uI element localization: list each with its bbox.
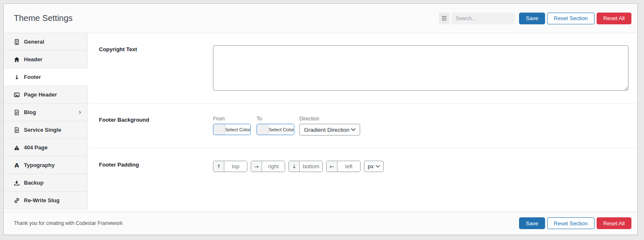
sidebar-item-label: 404 Page: [24, 144, 81, 151]
to-label: To: [257, 116, 294, 122]
panel-body: General Header ↓ Footer Page Header: [4, 33, 637, 211]
chevron-down-icon: [376, 165, 380, 168]
sidebar-item-label: Re-Write Slug: [24, 197, 81, 203]
sidebar-item-label: Typography: [24, 162, 81, 168]
sidebar-item-label: General: [24, 39, 81, 45]
image-icon: [13, 92, 20, 98]
sidebar-item-general[interactable]: General: [4, 33, 88, 51]
arrow-down-icon: ↓: [289, 161, 300, 172]
sidebar-item-label: Service Single: [24, 127, 81, 133]
sidebar-item-404-page[interactable]: 404 Page: [4, 139, 88, 157]
arrow-up-icon: ↑: [213, 161, 224, 172]
chevron-right-icon: ›: [78, 109, 81, 116]
padding-top-input[interactable]: [224, 161, 247, 172]
panel-footer: Thank you for creating with Codestar Fra…: [4, 211, 637, 235]
color-picker-from: Select Color: [213, 124, 251, 135]
field-row-footer-background: Footer Background From Select Color To: [88, 104, 637, 149]
sidebar-item-blog[interactable]: Blog ›: [4, 104, 88, 121]
padding-right-group: →: [251, 161, 285, 172]
field-label: Footer Padding: [99, 161, 213, 172]
padding-left-input[interactable]: [338, 161, 360, 172]
sidebar-item-label: Header: [24, 56, 81, 63]
sidebar-item-label: Backup: [24, 180, 81, 186]
gradient-direction-select[interactable]: Gradient Direction: [299, 124, 360, 136]
sidebar-item-footer[interactable]: ↓ Footer: [4, 68, 88, 86]
warning-icon: [13, 145, 20, 151]
arrow-right-icon: →: [251, 161, 262, 172]
document-icon: [13, 127, 20, 133]
arrow-down-icon: ↓: [13, 74, 20, 81]
padding-left-group: ←: [326, 161, 361, 172]
header-toolbar: Save Reset Section Reset All: [439, 13, 631, 24]
footer-credit-text: Thank you for creating with Codestar Fra…: [14, 220, 517, 226]
padding-bottom-group: ↓: [288, 161, 323, 172]
footer-reset-section-button[interactable]: Reset Section: [547, 217, 595, 229]
outdent-icon: [441, 16, 447, 21]
panel-header: Theme Settings Save Reset Section Reset …: [4, 4, 637, 33]
from-label: From: [213, 116, 251, 122]
selected-unit: px: [368, 163, 374, 170]
padding-unit-select[interactable]: px: [364, 161, 384, 172]
building-icon: [13, 39, 20, 45]
padding-right-input[interactable]: [262, 161, 285, 172]
sidebar: General Header ↓ Footer Page Header: [4, 33, 88, 211]
select-color-button[interactable]: Select Color: [269, 124, 294, 135]
gradient-to-group: To Select Color: [257, 116, 294, 135]
arrow-left-icon: ←: [327, 161, 338, 172]
reset-section-button[interactable]: Reset Section: [547, 13, 595, 24]
field-row-footer-padding: Footer Padding ↑ → ↓: [88, 149, 637, 185]
sidebar-item-backup[interactable]: Backup: [4, 174, 88, 192]
page-title: Theme Settings: [14, 13, 439, 23]
sidebar-item-typography[interactable]: A Typography: [4, 157, 88, 174]
padding-top-group: ↑: [213, 161, 247, 172]
field-row-copyright: Copyright Text: [88, 33, 637, 104]
footer-reset-all-button[interactable]: Reset All: [597, 217, 631, 229]
color-swatch: [213, 124, 225, 135]
reset-all-button[interactable]: Reset All: [597, 13, 631, 24]
settings-content: Copyright Text Footer Background From Se…: [88, 33, 637, 211]
sidebar-item-label: Footer: [24, 74, 81, 80]
link-icon: [13, 198, 20, 203]
field-label: Copyright Text: [99, 45, 213, 91]
document-icon: [13, 110, 20, 115]
collapse-all-button[interactable]: [439, 13, 449, 24]
select-color-button[interactable]: Select Color: [225, 124, 250, 135]
footer-save-button[interactable]: Save: [519, 217, 545, 229]
home-icon: [13, 57, 20, 63]
gradient-direction-group: Direction Gradient Direction: [299, 116, 360, 136]
sidebar-item-service-single[interactable]: Service Single: [4, 121, 88, 139]
selected-direction: Gradient Direction: [304, 127, 350, 133]
direction-label: Direction: [299, 116, 360, 122]
download-icon: [13, 180, 20, 186]
save-button[interactable]: Save: [519, 13, 545, 24]
search-input[interactable]: [452, 13, 514, 24]
color-swatch: [257, 124, 269, 135]
sidebar-item-page-header[interactable]: Page Header: [4, 86, 88, 104]
letter-a-icon: A: [13, 162, 20, 169]
theme-settings-panel: Theme Settings Save Reset Section Reset …: [3, 3, 638, 235]
color-picker-to: Select Color: [257, 124, 294, 135]
copyright-textarea[interactable]: [213, 45, 628, 91]
field-label: Footer Background: [99, 116, 213, 136]
sidebar-item-label: Page Header: [24, 91, 81, 98]
sidebar-item-header[interactable]: Header: [4, 51, 88, 68]
chevron-down-icon: [351, 128, 356, 131]
padding-bottom-input[interactable]: [300, 161, 322, 172]
sidebar-item-rewrite-slug[interactable]: Re-Write Slug: [4, 192, 88, 209]
gradient-from-group: From Select Color: [213, 116, 251, 135]
sidebar-item-label: Blog: [24, 109, 78, 115]
